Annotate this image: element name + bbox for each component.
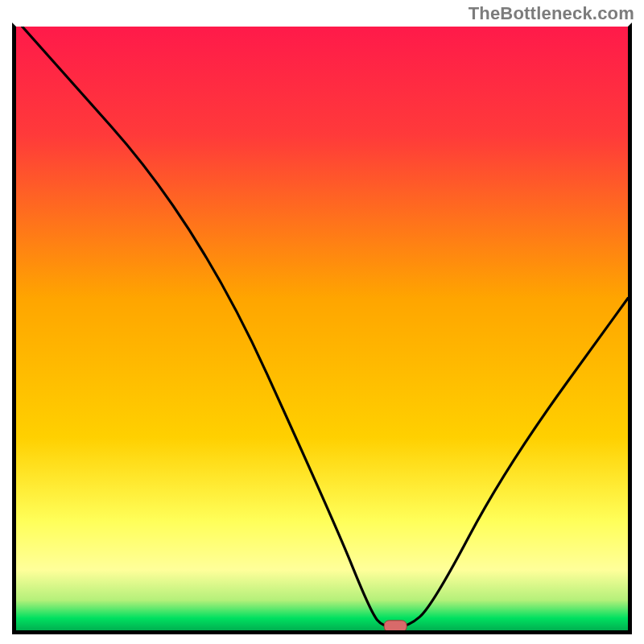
chart-stage: TheBottleneck.com (0, 0, 644, 644)
optimum-marker (16, 27, 628, 630)
watermark-text: TheBottleneck.com (469, 3, 634, 24)
svg-rect-1 (384, 621, 407, 630)
plot-frame (12, 23, 632, 634)
